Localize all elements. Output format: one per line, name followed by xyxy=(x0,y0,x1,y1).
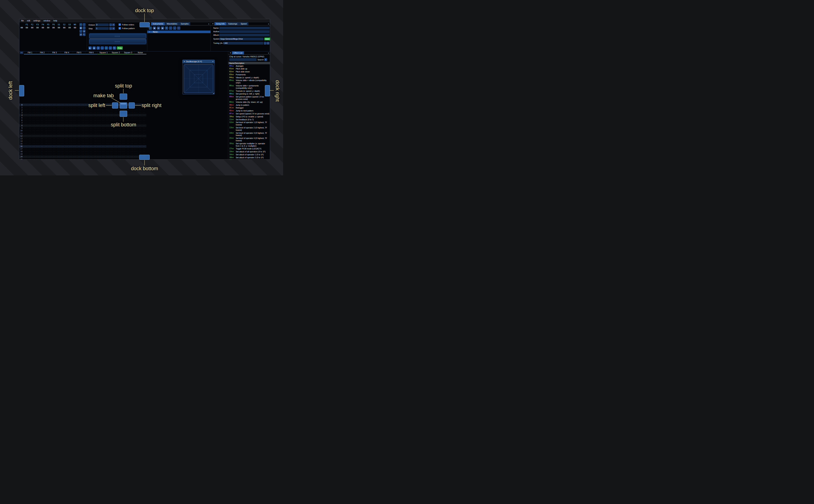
pattern-cell[interactable]: ··· ·· ·· ···· xyxy=(71,143,84,145)
pattern-cell[interactable]: ··· ·· ·· ···· xyxy=(84,125,96,127)
octave-input[interactable]: 3 xyxy=(95,23,109,26)
effect-row[interactable]: 0Dxx Jump to next pattern xyxy=(228,109,270,112)
pattern-cell[interactable]: ··· ·· ·· ···· xyxy=(133,114,145,116)
menu-item[interactable]: file xyxy=(21,20,24,22)
oscilloscope-titlebar[interactable]: ▼ Oscilloscope (X-Y) × xyxy=(182,60,214,63)
channel-header[interactable]: FM 5 xyxy=(73,51,85,54)
order-value[interactable]: 00 xyxy=(29,27,35,29)
pattern-cell[interactable]: ··· ·· ·· ···· xyxy=(108,104,121,106)
step-one-row-button[interactable]: ↓ xyxy=(101,46,104,50)
pattern-cell[interactable]: ··· ·· ·· ···· xyxy=(133,117,145,119)
pattern-cell[interactable]: ··· ·· ·· ···· xyxy=(133,127,145,129)
pattern-cell[interactable]: ··· ·· ·· ···· xyxy=(96,125,108,127)
tab-instruments[interactable]: Instruments xyxy=(151,22,165,25)
pattern-cell[interactable]: ··· ·· ·· ···· xyxy=(35,151,47,153)
pattern-cell[interactable]: ··· ·· ·· ···· xyxy=(35,153,47,155)
order-value[interactable]: 00 xyxy=(67,27,72,29)
pattern-row[interactable]: 20··· ·· ·· ······· ·· ·· ······· ·· ·· … xyxy=(19,155,146,158)
close-icon[interactable]: × xyxy=(268,23,269,25)
pattern-cell[interactable]: ··· ·· ·· ···· xyxy=(71,109,84,111)
pattern-row[interactable]: 6··· ·· ·· ······· ·· ·· ······· ·· ·· ·… xyxy=(19,119,146,122)
pattern-row[interactable]: 16··· ·· ·· ······· ·· ·· ······· ·· ·· … xyxy=(19,145,146,148)
add-order-button[interactable]: + xyxy=(79,23,82,26)
effect-row[interactable]: 14xx Set level of operator 3 (0 highest,… xyxy=(228,132,270,137)
pattern-cell[interactable]: ··· ·· ·· ···· xyxy=(121,125,133,127)
pattern-cell[interactable]: ··· ·· ·· ···· xyxy=(121,151,133,153)
pattern-cell[interactable]: ··· ·· ·· ···· xyxy=(59,109,72,111)
pattern-cell[interactable]: ··· ·· ·· ···· xyxy=(47,127,59,129)
pattern-row[interactable]: 19··· ·· ·· ······· ·· ·· ······· ·· ·· … xyxy=(19,153,146,155)
pattern-cell[interactable]: ··· ·· ·· ···· xyxy=(84,104,96,106)
pattern-cell[interactable]: ··· ·· ·· ···· xyxy=(84,138,96,139)
pattern-cell[interactable]: ··· ·· ·· ···· xyxy=(121,122,133,124)
pattern-cell[interactable]: ··· ·· ·· ···· xyxy=(84,158,96,160)
metronome-button[interactable]: ♪ xyxy=(109,46,112,50)
pattern-cell[interactable]: ··· ·· ·· ···· xyxy=(22,106,35,108)
pattern-cell[interactable]: ··· ·· ·· ···· xyxy=(22,120,35,121)
pattern-cell[interactable]: ··· ·· ·· ···· xyxy=(22,138,35,139)
pattern-cell[interactable]: ··· ·· ·· ···· xyxy=(108,112,121,113)
pattern-cell[interactable]: ··· ·· ·· ···· xyxy=(71,148,84,150)
pattern-cell[interactable]: ··· ·· ·· ···· xyxy=(71,117,84,119)
close-icon[interactable]: × xyxy=(268,52,269,54)
pattern-cell[interactable]: ··· ·· ·· ···· xyxy=(22,146,35,147)
pattern-cell[interactable]: ··· ·· ·· ···· xyxy=(35,130,47,132)
order-value[interactable]: 00 xyxy=(35,27,40,29)
effect-row[interactable]: 04xy Vibrato (x: speed; y: depth) xyxy=(228,76,270,79)
pattern-cell[interactable]: ··· ·· ·· ···· xyxy=(96,112,108,113)
effect-row[interactable]: 1Cxx Set attack of operator 3 (0 to 1F) xyxy=(228,159,270,160)
pattern-cell[interactable]: ··· ·· ·· ···· xyxy=(121,158,133,160)
duplicate-order-end-button[interactable]: ⇊ xyxy=(83,30,85,33)
pattern-cell[interactable]: ··· ·· ·· ···· xyxy=(84,127,96,129)
pattern-cell[interactable]: ··· ·· ·· ···· xyxy=(84,109,96,111)
order-value[interactable]: 00 xyxy=(40,27,46,29)
effect-row[interactable]: 10xy Setup LFO (x: enable; y: speed) xyxy=(228,115,270,118)
effect-row[interactable]: 0Axy Volume slide (0y: down; x0: up) xyxy=(228,101,270,104)
pattern-cell[interactable]: ··· ·· ·· ···· xyxy=(59,104,72,106)
pattern-cell[interactable]: ··· ·· ·· ···· xyxy=(84,151,96,153)
pattern-row[interactable]: 0··· ·· ·· ······· ·· ·· ······· ·· ·· ·… xyxy=(19,104,146,106)
pattern-cell[interactable]: ··· ·· ·· ···· xyxy=(133,132,145,134)
play-from-cursor-button[interactable]: ◉ xyxy=(92,46,96,50)
channel-header[interactable]: FM 3 xyxy=(48,51,61,54)
collapse-arrow-icon[interactable]: ▼ xyxy=(184,61,185,62)
pattern-cell[interactable]: ··· ·· ·· ···· xyxy=(108,158,121,160)
tab-wavetables[interactable]: Wavetables xyxy=(165,22,179,25)
pattern-cell[interactable]: ··· ·· ·· ···· xyxy=(121,114,133,116)
pattern-cell[interactable]: ··· ·· ·· ···· xyxy=(133,148,145,150)
tuning-input[interactable]: 440 xyxy=(223,42,263,45)
effect-row[interactable]: 08xy Set panning (x: left; y: right) xyxy=(228,92,270,95)
piano-octave-row[interactable] xyxy=(89,39,146,44)
channel-header[interactable]: Noise xyxy=(134,51,146,54)
pattern-cell[interactable]: ··· ·· ·· ···· xyxy=(71,122,84,124)
pattern-cell[interactable]: ··· ·· ·· ···· xyxy=(47,132,59,134)
pattern-cell[interactable]: ··· ·· ·· ···· xyxy=(35,132,47,134)
system-auto-button[interactable]: Auto xyxy=(264,38,270,40)
order-value[interactable]: 00 xyxy=(51,27,56,29)
pattern-row[interactable]: 17··· ·· ·· ······· ·· ·· ······· ·· ·· … xyxy=(19,148,146,150)
pattern-row[interactable]: 18··· ·· ·· ······· ·· ·· ······· ·· ·· … xyxy=(19,150,146,153)
effect-row[interactable]: 06xy Volume slide + portamento (compatib… xyxy=(228,84,270,90)
pattern-cell[interactable]: ··· ·· ·· ···· xyxy=(108,125,121,127)
pattern-cell[interactable]: ··· ·· ·· ···· xyxy=(108,120,121,121)
effect-row[interactable]: 1Bxx Set attack of operator 2 (0 to 1F) xyxy=(228,156,270,159)
pattern-cell[interactable]: ··· ·· ·· ···· xyxy=(96,135,108,137)
follow-pattern-checkbox[interactable]: ✓ xyxy=(118,27,121,29)
pattern-cell[interactable]: ··· ·· ·· ···· xyxy=(108,127,121,129)
pattern-row[interactable]: 7··· ·· ·· ······· ·· ·· ······· ·· ·· ·… xyxy=(19,122,146,124)
pattern-cell[interactable]: ··· ·· ·· ···· xyxy=(96,156,108,158)
pattern-cell[interactable]: ··· ·· ·· ···· xyxy=(121,117,133,119)
pattern-cell[interactable]: ··· ·· ·· ···· xyxy=(47,156,59,158)
pattern-cell[interactable]: ··· ·· ·· ···· xyxy=(121,106,133,108)
pattern-cell[interactable]: ··· ·· ·· ···· xyxy=(133,125,145,127)
pattern-cell[interactable]: ··· ·· ·· ···· xyxy=(121,127,133,129)
pattern-cell[interactable]: ··· ·· ·· ···· xyxy=(71,112,84,113)
pattern-cell[interactable]: ··· ·· ·· ···· xyxy=(47,130,59,132)
play-pattern-button[interactable]: ⇥ xyxy=(97,46,100,50)
pattern-row[interactable]: 11··· ·· ·· ······· ·· ·· ······· ·· ·· … xyxy=(19,132,146,135)
step-decrement-button[interactable]: - xyxy=(109,27,112,30)
duplicate-order-button[interactable]: ▣ xyxy=(79,27,82,29)
pattern-cell[interactable]: ··· ·· ·· ···· xyxy=(47,135,59,137)
pattern-cell[interactable]: ··· ·· ·· ···· xyxy=(35,148,47,150)
pattern-cell[interactable]: ··· ·· ·· ···· xyxy=(47,140,59,142)
